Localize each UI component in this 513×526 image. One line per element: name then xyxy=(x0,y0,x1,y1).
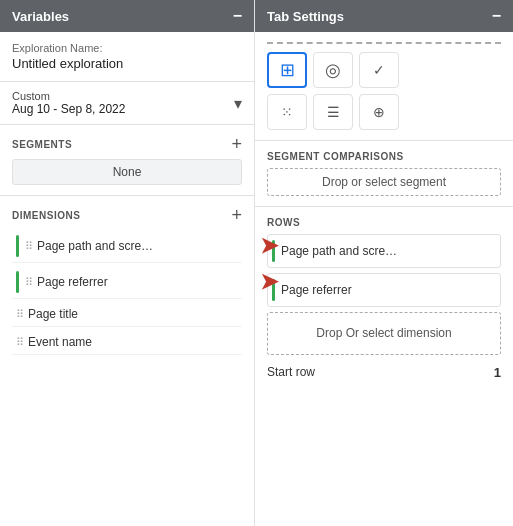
date-range-info: Custom Aug 10 - Sep 8, 2022 xyxy=(12,90,125,116)
dimensions-add-button[interactable]: + xyxy=(231,206,242,224)
dimensions-title: DIMENSIONS xyxy=(12,210,80,221)
drag-handle-2[interactable]: ⠿ xyxy=(16,308,24,321)
dim-label-3: Event name xyxy=(28,335,238,349)
drag-handle-3[interactable]: ⠿ xyxy=(16,336,24,349)
variables-title: Variables xyxy=(12,9,69,24)
dimensions-section: DIMENSIONS + ⠿ Page path and scre… ➤ ⠿ P… xyxy=(0,196,254,526)
drop-dimension-label: Drop Or select dimension xyxy=(316,326,451,340)
line-icon-button[interactable]: ✓ xyxy=(359,52,399,88)
funnel-icon-button[interactable]: ☰ xyxy=(313,94,353,130)
dim-green-bar-1 xyxy=(16,271,19,293)
exploration-name-label: Exploration Name: xyxy=(12,42,242,54)
row-label-1: Page referrer xyxy=(281,283,496,297)
dimension-item-0[interactable]: ⠿ Page path and scre… ➤ xyxy=(12,230,242,263)
drag-handle-0[interactable]: ⠿ xyxy=(25,240,33,253)
rows-title: ROWS xyxy=(267,217,300,228)
donut-icon-button[interactable]: ◎ xyxy=(313,52,353,88)
drop-segment-button[interactable]: Drop or select segment xyxy=(267,168,501,196)
variables-header: Variables − xyxy=(0,0,254,32)
scatter-icon-button[interactable]: ⁙ xyxy=(267,94,307,130)
variables-minimize[interactable]: − xyxy=(233,8,242,24)
segments-add-button[interactable]: + xyxy=(231,135,242,153)
dim-label-1: Page referrer xyxy=(37,275,238,289)
date-range-type: Custom xyxy=(12,90,125,102)
row-label-0: Page path and scre… xyxy=(281,244,496,258)
row-item-1[interactable]: Page referrer xyxy=(267,273,501,307)
dimensions-title-row: DIMENSIONS + xyxy=(12,206,242,224)
table-icon-button[interactable]: ⊞ xyxy=(267,52,307,88)
visualization-icons-section: ⊞ ◎ ✓ ⁙ ☰ ⊕ xyxy=(255,32,513,141)
start-row-label: Start row xyxy=(267,365,315,379)
segment-comparisons-section: SEGMENT COMPARISONS Drop or select segme… xyxy=(255,141,513,207)
start-row-value: 1 xyxy=(494,365,501,380)
dim-label-2: Page title xyxy=(28,307,238,321)
segments-section: SEGMENTS + None xyxy=(0,125,254,196)
segments-title-row: SEGMENTS + xyxy=(12,135,242,153)
dimension-item-1[interactable]: ⠿ Page referrer ➤ xyxy=(12,266,242,299)
drag-handle-1[interactable]: ⠿ xyxy=(25,276,33,289)
segment-none-item: None xyxy=(12,159,242,185)
chevron-down-icon[interactable]: ▾ xyxy=(234,94,242,113)
tab-settings-minimize[interactable]: − xyxy=(492,8,501,24)
row-item-0[interactable]: Page path and scre… xyxy=(267,234,501,268)
dim-label-0: Page path and scre… xyxy=(37,239,238,253)
right-panel: Tab Settings − ⊞ ◎ ✓ ⁙ ☰ ⊕ SEGMENT COMPA… xyxy=(255,0,513,526)
dimension-item-3[interactable]: ⠿ Event name xyxy=(12,330,242,355)
date-range-section[interactable]: Custom Aug 10 - Sep 8, 2022 ▾ xyxy=(0,82,254,125)
arrow-icon-0: ➤ xyxy=(260,233,278,259)
globe-icon-button[interactable]: ⊕ xyxy=(359,94,399,130)
date-range-value: Aug 10 - Sep 8, 2022 xyxy=(12,102,125,116)
dimension-item-2[interactable]: ⠿ Page title xyxy=(12,302,242,327)
exploration-name-section: Exploration Name: Untitled exploration xyxy=(0,32,254,82)
dotted-divider xyxy=(267,42,501,44)
dim-green-bar-0 xyxy=(16,235,19,257)
segment-comparisons-title-row: SEGMENT COMPARISONS xyxy=(267,151,501,162)
arrow-icon-1: ➤ xyxy=(260,269,278,295)
exploration-name-value: Untitled exploration xyxy=(12,56,242,71)
left-panel: Variables − Exploration Name: Untitled e… xyxy=(0,0,255,526)
visualization-icon-grid: ⊞ ◎ ✓ ⁙ ☰ ⊕ xyxy=(267,52,501,130)
tab-settings-header: Tab Settings − xyxy=(255,0,513,32)
drop-dimension-button[interactable]: Drop Or select dimension xyxy=(267,312,501,355)
segment-comparisons-title: SEGMENT COMPARISONS xyxy=(267,151,404,162)
rows-title-row: ROWS xyxy=(267,217,501,228)
start-row-section: Start row 1 xyxy=(267,365,501,380)
rows-section: ROWS Page path and scre… Page referrer D… xyxy=(255,207,513,390)
segments-title: SEGMENTS xyxy=(12,139,72,150)
tab-settings-title: Tab Settings xyxy=(267,9,344,24)
